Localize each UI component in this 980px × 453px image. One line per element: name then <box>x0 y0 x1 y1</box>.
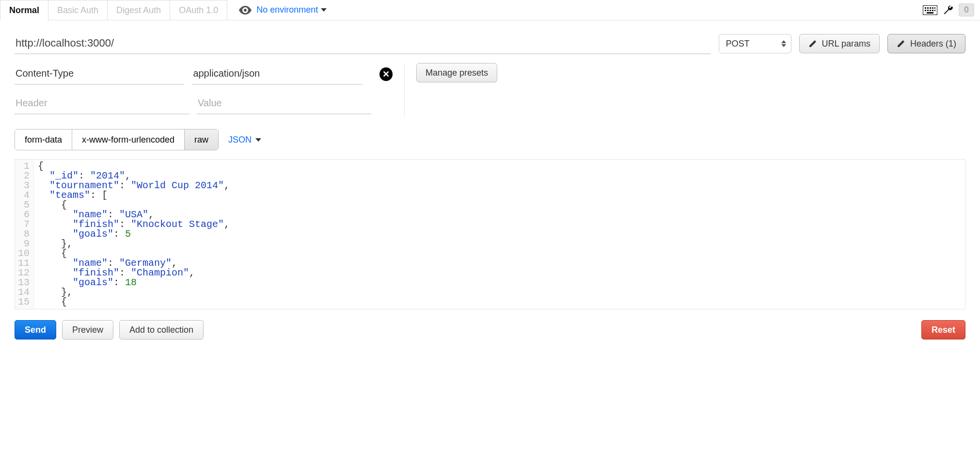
svg-rect-5 <box>934 7 935 9</box>
caret-down-icon <box>255 138 261 142</box>
tab-raw[interactable]: raw <box>185 129 218 150</box>
header-name-input[interactable] <box>15 63 184 85</box>
header-row: ✕ <box>15 63 393 85</box>
svg-rect-6 <box>925 10 926 11</box>
environment-dropdown[interactable]: No environment <box>256 5 327 15</box>
reset-button[interactable]: Reset <box>921 320 965 340</box>
tab-digest-auth[interactable]: Digest Auth <box>108 0 170 20</box>
url-params-label: URL params <box>822 39 870 49</box>
auth-tabs: Normal Basic Auth Digest Auth OAuth 1.0 <box>0 0 227 20</box>
url-input[interactable] <box>15 33 711 54</box>
header-name-input-empty[interactable] <box>15 93 189 114</box>
url-params-button[interactable]: URL params <box>799 34 880 53</box>
svg-rect-3 <box>930 7 931 9</box>
top-right-controls: 0 <box>923 3 977 16</box>
svg-rect-7 <box>927 10 929 11</box>
badge-count[interactable]: 0 <box>959 3 974 16</box>
caret-down-icon <box>321 8 327 12</box>
tab-form-data[interactable]: form-data <box>15 129 72 150</box>
svg-rect-9 <box>932 10 933 11</box>
body-tabs-row: form-data x-www-form-urlencoded raw JSON <box>0 116 980 150</box>
svg-rect-11 <box>927 12 933 14</box>
add-to-collection-button[interactable]: Add to collection <box>119 320 204 340</box>
code-editor[interactable]: 123456789101112131415 { "_id": "2014", "… <box>15 160 965 309</box>
header-row-empty <box>15 93 393 114</box>
environment-label: No environment <box>256 5 318 15</box>
method-value: POST <box>726 39 750 49</box>
manage-presets-label: Manage presets <box>426 68 488 78</box>
top-tab-bar: Normal Basic Auth Digest Auth OAuth 1.0 … <box>0 0 980 20</box>
edit-icon <box>897 39 905 48</box>
divider <box>404 63 405 116</box>
send-button[interactable]: Send <box>15 320 56 340</box>
footer-row: Send Preview Add to collection Reset <box>0 309 980 346</box>
remove-header-icon[interactable]: ✕ <box>379 67 393 81</box>
headers-button-label: Headers (1) <box>910 39 956 49</box>
tab-basic-auth[interactable]: Basic Auth <box>48 0 108 20</box>
manage-presets-button[interactable]: Manage presets <box>416 63 497 82</box>
environment-area: No environment <box>239 5 327 15</box>
header-value-input[interactable] <box>192 63 362 85</box>
tab-oauth[interactable]: OAuth 1.0 <box>170 0 227 20</box>
tab-normal[interactable]: Normal <box>0 0 48 20</box>
line-gutter: 123456789101112131415 <box>15 160 34 309</box>
svg-rect-2 <box>927 7 929 9</box>
body-tab-group: form-data x-www-form-urlencoded raw <box>15 129 219 150</box>
header-value-input-empty[interactable] <box>197 93 371 114</box>
tab-urlencoded[interactable]: x-www-form-urlencoded <box>72 129 185 150</box>
svg-rect-4 <box>932 7 933 9</box>
eye-icon[interactable] <box>239 6 252 15</box>
header-fields: ✕ <box>15 63 393 116</box>
select-arrows-icon <box>781 40 786 47</box>
code-area[interactable]: { "_id": "2014", "tournament": "World Cu… <box>34 160 234 309</box>
body-type-label: JSON <box>228 135 252 145</box>
editor-container: 123456789101112131415 { "_id": "2014", "… <box>15 159 965 309</box>
svg-rect-8 <box>930 10 931 11</box>
preview-button[interactable]: Preview <box>62 320 113 340</box>
svg-rect-10 <box>934 10 935 11</box>
svg-rect-1 <box>925 7 926 9</box>
keyboard-icon[interactable] <box>923 5 937 15</box>
wrench-icon[interactable] <box>942 4 954 16</box>
body-type-dropdown[interactable]: JSON <box>228 135 261 145</box>
method-select[interactable]: POST <box>719 34 791 53</box>
headers-button[interactable]: Headers (1) <box>887 34 965 53</box>
edit-icon <box>808 39 817 48</box>
url-row: POST URL params Headers (1) <box>0 20 980 61</box>
headers-section: ✕ Manage presets <box>0 61 980 116</box>
